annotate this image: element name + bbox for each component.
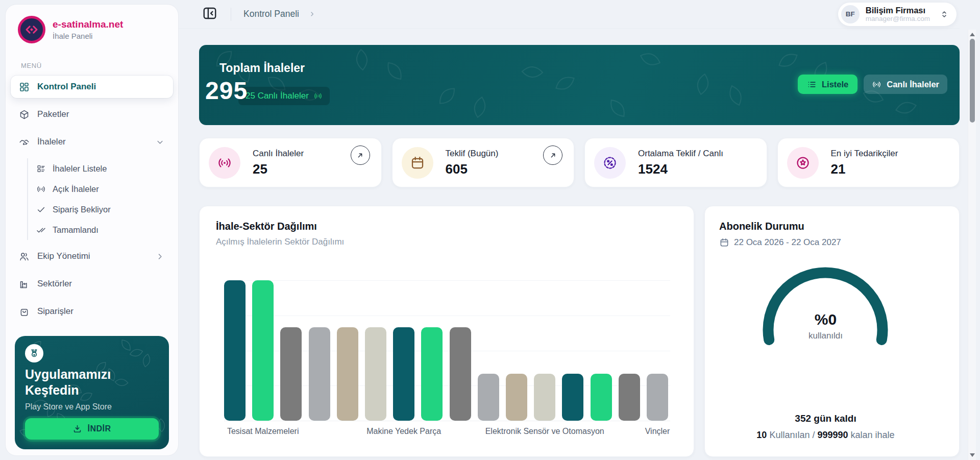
medal-icon — [25, 344, 43, 362]
sidebar-item-kontrol-paneli[interactable]: Kontrol Paneli — [11, 76, 173, 98]
bar-sector-6[interactable] — [393, 327, 414, 421]
check-icon — [36, 205, 46, 214]
sidebar-item-label: Sektörler — [37, 279, 72, 289]
bar-sector-1[interactable] — [252, 280, 274, 421]
leaf-pattern — [138, 352, 155, 369]
bar-sector-15[interactable] — [647, 374, 668, 421]
total-tenders-banner: Toplam İhaleler 295 25 Canlı İhaleler Li… — [199, 45, 960, 125]
scroll-down-button[interactable] — [970, 453, 975, 457]
leaf-pattern — [776, 49, 800, 72]
bar-sector-5[interactable] — [365, 327, 386, 421]
brand-logo-icon — [18, 16, 45, 43]
chart-subtitle: Açılmış İhalelerin Sektör Dağılımı — [216, 237, 681, 247]
listele-button[interactable]: Listele — [798, 75, 857, 94]
x-axis-labels: Tesisat MalzemeleriMakine Yedek ParçaEle… — [224, 427, 670, 439]
gridline — [224, 316, 670, 316]
leaf-pattern — [519, 58, 546, 86]
subscription-date-range-row: 22 Oca 2026 - 22 Oca 2027 — [719, 237, 945, 248]
award-icon — [787, 147, 819, 179]
menu-section-label: MENÜ — [21, 62, 169, 69]
download-app-button[interactable]: İNDİR — [25, 418, 159, 440]
bar-sector-0[interactable] — [224, 280, 246, 421]
ihaleler-submenu: İhaleler Listele Açık İhaleler Sipariş B… — [27, 158, 169, 240]
sidebar-item-label: Ekip Yönetimi — [37, 251, 90, 261]
sidebar: e-satinalma.net İhale Paneli MENÜ Kontro… — [5, 4, 179, 456]
stat-card-teklif-bugun: Teklif (Bugün) 605 — [392, 138, 575, 187]
sidebar-item-acik-ihaleler[interactable]: Açık İhaleler — [36, 179, 169, 199]
bar-sector-13[interactable] — [591, 374, 612, 421]
leaf-pattern — [128, 344, 144, 361]
leaf-pattern — [348, 46, 376, 74]
leaf-pattern — [467, 94, 494, 121]
bar-sector-7[interactable] — [421, 327, 443, 421]
leaf-pattern — [384, 60, 406, 82]
remaining-count: 999990 — [817, 430, 848, 440]
stat-label: Ortalama Teklif / Canlı — [638, 149, 723, 159]
stat-label: Teklif (Bugün) — [446, 149, 499, 159]
user-email: manager@firma.com — [866, 15, 930, 22]
broadcast-icon — [209, 147, 240, 179]
handshake-icon — [19, 137, 30, 148]
sidebar-item-label: Siparişler — [37, 306, 74, 317]
bar-sector-3[interactable] — [309, 327, 330, 421]
brand-name: e-satinalma.net — [53, 19, 123, 30]
sector-distribution-chart-card: İhale-Sektör Dağılımı Açılmış İhalelerin… — [199, 206, 694, 457]
sidebar-item-paketler[interactable]: Paketler — [11, 103, 173, 126]
stat-card-ortalama-teklif: Ortalama Teklif / Canlı 1524 — [584, 138, 767, 187]
leaf-pattern — [553, 71, 577, 95]
sidebar-item-ekip-yonetimi[interactable]: Ekip Yönetimi — [11, 245, 173, 268]
bar-sector-4[interactable] — [337, 327, 358, 421]
gridline — [224, 280, 670, 281]
download-icon — [72, 424, 82, 433]
scroll-up-button[interactable] — [970, 32, 975, 36]
leaf-pattern — [723, 83, 748, 108]
listele-button-label: Listele — [822, 80, 848, 89]
subscription-date-range: 22 Oca 2026 - 22 Oca 2027 — [734, 237, 841, 248]
stat-open-button[interactable] — [543, 146, 562, 165]
dashboard-grid-icon — [19, 82, 30, 92]
canli-ihaleler-button[interactable]: Canlı İhaleler — [864, 75, 947, 94]
sidebar-item-sektorler[interactable]: Sektörler — [11, 273, 173, 295]
live-tenders-badge: 25 Canlı İhaleler — [238, 87, 330, 105]
breadcrumb-chevron-icon — [308, 10, 316, 18]
brand-block[interactable]: e-satinalma.net İhale Paneli — [15, 15, 169, 44]
breadcrumb[interactable]: Kontrol Paneli — [243, 9, 299, 19]
sidebar-item-label: Açık İhaleler — [53, 184, 99, 194]
usage-summary: 10 Kullanılan / 999990 kalan ihale — [705, 430, 946, 441]
scrollbar-thumb[interactable] — [970, 39, 975, 123]
stats-row: Canlı İhaleler 25 Teklif (Bugün) 605 — [199, 138, 960, 187]
sidebar-item-label: Sipariş Bekliyor — [53, 205, 111, 214]
percent-circle-icon — [594, 147, 626, 179]
bar-sector-14[interactable] — [619, 374, 640, 421]
bar-sector-2[interactable] — [280, 327, 302, 421]
sidebar-item-tamamlandi[interactable]: Tamamlandı — [36, 220, 169, 240]
bar-sector-12[interactable] — [562, 374, 583, 421]
sidebar-item-siparisler[interactable]: Siparişler — [11, 300, 173, 323]
bar-sector-9[interactable] — [478, 374, 499, 421]
sidebar-item-siparis-bekliyor[interactable]: Sipariş Bekliyor — [36, 199, 169, 220]
x-tick-label: Tesisat Malzemeleri — [227, 427, 299, 436]
bar-sector-8[interactable] — [450, 327, 471, 421]
sidebar-item-label: Tamamlandı — [53, 225, 99, 235]
stat-open-button[interactable] — [351, 146, 370, 165]
broadcast-icon — [36, 184, 46, 194]
sidebar-item-ihaleler-listele[interactable]: İhaleler Listele — [36, 158, 169, 179]
content: Toplam İhaleler 295 25 Canlı İhaleler Li… — [179, 29, 960, 457]
topbar: Kontrol Paneli BF Bilişim Firması manage… — [179, 0, 960, 29]
bar-sector-11[interactable] — [534, 374, 555, 421]
stat-value: 25 — [253, 161, 304, 177]
main-area: Kontrol Paneli BF Bilişim Firması manage… — [179, 0, 960, 460]
vertical-scrollbar[interactable] — [968, 30, 976, 460]
sidebar-collapse-button[interactable] — [201, 6, 218, 23]
sidebar-item-ihaleler[interactable]: İhaleler — [11, 131, 173, 153]
brand-subtitle: İhale Paneli — [53, 32, 123, 40]
stat-card-canli-ihaleler: Canlı İhaleler 25 — [199, 138, 382, 187]
user-menu[interactable]: BF Bilişim Firması manager@firma.com — [838, 3, 957, 26]
stat-label: En iyi Tedarikçiler — [831, 149, 898, 159]
bar-sector-10[interactable] — [506, 374, 527, 421]
broadcast-icon — [872, 80, 881, 89]
app-promo-card: Uygulamamızı Keşfedin Play Store ve App … — [15, 336, 169, 449]
banner-title: Toplam İhaleler — [219, 61, 305, 75]
chart-title: İhale-Sektör Dağılımı — [216, 221, 681, 232]
chevron-down-icon — [155, 137, 165, 147]
